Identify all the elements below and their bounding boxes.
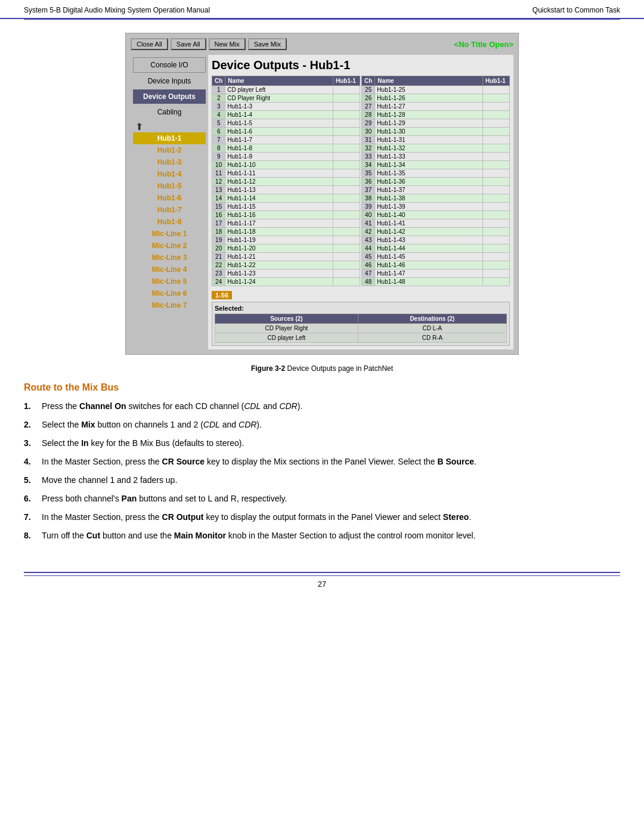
ch-number: 25 bbox=[362, 86, 375, 94]
ch-name: Hub1-1-9 bbox=[225, 153, 333, 161]
table-row[interactable]: 37 Hub1-1-37 bbox=[362, 186, 510, 194]
save-all-button[interactable]: Save All bbox=[171, 38, 206, 50]
table-row[interactable]: 19 Hub1-1-19 bbox=[212, 236, 360, 244]
table-row[interactable]: 10 Hub1-1-10 bbox=[212, 161, 360, 169]
table-row[interactable]: 41 Hub1-1-41 bbox=[362, 219, 510, 228]
table-row[interactable]: 5 Hub1-1-5 bbox=[212, 119, 360, 128]
sidebar-mic-line-5[interactable]: Mic-Line 5 bbox=[133, 275, 206, 287]
sidebar-item-device-outputs[interactable]: Device Outputs bbox=[133, 89, 206, 104]
sidebar-hub-hub1-1[interactable]: Hub1-1 bbox=[133, 132, 206, 144]
table-row[interactable]: 33 Hub1-1-33 bbox=[362, 153, 510, 161]
sidebar-item-cabling[interactable]: Cabling bbox=[133, 105, 206, 119]
ch-name: Hub1-1-33 bbox=[375, 153, 483, 161]
table-row[interactable]: 29 Hub1-1-29 bbox=[362, 119, 510, 128]
close-all-button[interactable]: Close All bbox=[131, 38, 168, 50]
table-row[interactable]: 43 Hub1-1-43 bbox=[362, 236, 510, 244]
table-row[interactable]: 14 Hub1-1-14 bbox=[212, 194, 360, 203]
table-row[interactable]: 48 Hub1-1-48 bbox=[362, 278, 510, 286]
ch-name: Hub1-1-13 bbox=[225, 186, 333, 194]
save-mix-button[interactable]: Save Mix bbox=[248, 38, 287, 50]
table-row[interactable]: 24 Hub1-1-24 bbox=[212, 278, 360, 286]
table-row[interactable]: 8 Hub1-1-8 bbox=[212, 144, 360, 153]
sidebar-mic-line-6[interactable]: Mic-Line 6 bbox=[133, 287, 206, 299]
sidebar-hub-hub1-8[interactable]: Hub1-8 bbox=[133, 216, 206, 228]
ch-name: Hub1-1-24 bbox=[225, 278, 333, 286]
table-row[interactable]: 47 Hub1-1-47 bbox=[362, 270, 510, 278]
sidebar-hub-hub1-2[interactable]: Hub1-2 bbox=[133, 144, 206, 156]
sidebar-mic-line-4[interactable]: Mic-Line 4 bbox=[133, 264, 206, 275]
sidebar-hub-hub1-7[interactable]: Hub1-7 bbox=[133, 204, 206, 216]
hub-value bbox=[483, 211, 510, 219]
table-row[interactable]: 4 Hub1-1-4 bbox=[212, 111, 360, 119]
right-channel-table: Ch Name Hub1-1 25 Hub1-1-25 26 Hub1-1-26… bbox=[361, 76, 510, 286]
left-channel-table: Ch Name Hub1-1 1 CD player Left 2 CD Pla… bbox=[212, 76, 360, 286]
hub-value bbox=[333, 86, 360, 94]
table-row[interactable]: 45 Hub1-1-45 bbox=[362, 253, 510, 261]
table-row[interactable]: 16 Hub1-1-16 bbox=[212, 211, 360, 219]
table-row[interactable]: 20 Hub1-1-20 bbox=[212, 244, 360, 253]
table-row[interactable]: 11 Hub1-1-11 bbox=[212, 169, 360, 178]
step-text: In the Master Section, press the CR Outp… bbox=[42, 511, 620, 524]
table-row[interactable]: 36 Hub1-1-36 bbox=[362, 178, 510, 186]
table-row[interactable]: 3 Hub1-1-3 bbox=[212, 103, 360, 111]
page-range[interactable]: 1-56 bbox=[212, 291, 232, 299]
table-row[interactable]: 21 Hub1-1-21 bbox=[212, 253, 360, 261]
table-row[interactable]: 1 CD player Left bbox=[212, 86, 360, 94]
ch-number: 11 bbox=[212, 169, 225, 178]
table-row[interactable]: 18 Hub1-1-18 bbox=[212, 228, 360, 236]
table-row[interactable]: 12 Hub1-1-12 bbox=[212, 178, 360, 186]
ch-name: Hub1-1-18 bbox=[225, 228, 333, 236]
table-row[interactable]: 22 Hub1-1-22 bbox=[212, 261, 360, 270]
table-row[interactable]: 23 Hub1-1-23 bbox=[212, 270, 360, 278]
sidebar-mic-line-3[interactable]: Mic-Line 3 bbox=[133, 252, 206, 264]
table-row[interactable]: 31 Hub1-1-31 bbox=[362, 136, 510, 144]
ch-name: Hub1-1-34 bbox=[375, 161, 483, 169]
table-row[interactable]: 13 Hub1-1-13 bbox=[212, 186, 360, 194]
sidebar-hub-hub1-5[interactable]: Hub1-5 bbox=[133, 180, 206, 192]
table-row[interactable]: 44 Hub1-1-44 bbox=[362, 244, 510, 253]
sidebar-mic-line-2[interactable]: Mic-Line 2 bbox=[133, 240, 206, 252]
table-row[interactable]: 38 Hub1-1-38 bbox=[362, 194, 510, 203]
ch-name: Hub1-1-42 bbox=[375, 228, 483, 236]
table-row[interactable]: 25 Hub1-1-25 bbox=[362, 86, 510, 94]
ch-number: 15 bbox=[212, 203, 225, 211]
table-row[interactable]: 15 Hub1-1-15 bbox=[212, 203, 360, 211]
table-row[interactable]: 34 Hub1-1-34 bbox=[362, 161, 510, 169]
new-mix-button[interactable]: New Mix bbox=[209, 38, 246, 50]
ch-name: Hub1-1-36 bbox=[375, 178, 483, 186]
table-row[interactable]: 2 CD Player Right bbox=[212, 94, 360, 103]
ch-name: Hub1-1-17 bbox=[225, 219, 333, 228]
table-row[interactable]: 40 Hub1-1-40 bbox=[362, 211, 510, 219]
sidebar-hub-hub1-4[interactable]: Hub1-4 bbox=[133, 168, 206, 180]
ch-number: 33 bbox=[362, 153, 375, 161]
destination-value: CD L-A bbox=[358, 324, 506, 333]
table-row[interactable]: 42 Hub1-1-42 bbox=[362, 228, 510, 236]
step-number: 1. bbox=[24, 400, 42, 413]
ch-number: 4 bbox=[212, 111, 225, 119]
sidebar-item-device-inputs[interactable]: Device Inputs bbox=[133, 74, 206, 88]
table-row[interactable]: 28 Hub1-1-28 bbox=[362, 111, 510, 119]
sidebar-hub-hub1-3[interactable]: Hub1-3 bbox=[133, 156, 206, 168]
table-row[interactable]: 9 Hub1-1-9 bbox=[212, 153, 360, 161]
table-row[interactable]: 32 Hub1-1-32 bbox=[362, 144, 510, 153]
table-row[interactable]: 17 Hub1-1-17 bbox=[212, 219, 360, 228]
sidebar-item-console-io[interactable]: Console I/O bbox=[133, 57, 206, 73]
table-row[interactable]: 30 Hub1-1-30 bbox=[362, 128, 510, 136]
sidebar-mic-line-1[interactable]: Mic-Line 1 bbox=[133, 228, 206, 240]
ch-number: 23 bbox=[212, 270, 225, 278]
hub-value bbox=[333, 169, 360, 178]
table-row[interactable]: 46 Hub1-1-46 bbox=[362, 261, 510, 270]
sidebar-mic-line-7[interactable]: Mic-Line 7 bbox=[133, 299, 206, 311]
hub-value bbox=[483, 144, 510, 153]
sidebar-hub-hub1-6[interactable]: Hub1-6 bbox=[133, 192, 206, 204]
table-row[interactable]: 27 Hub1-1-27 bbox=[362, 103, 510, 111]
ch-name: Hub1-1-26 bbox=[375, 94, 483, 103]
ch-name: Hub1-1-47 bbox=[375, 270, 483, 278]
table-row[interactable]: 39 Hub1-1-39 bbox=[362, 203, 510, 211]
table-row[interactable]: 35 Hub1-1-35 bbox=[362, 169, 510, 178]
table-row[interactable]: 26 Hub1-1-26 bbox=[362, 94, 510, 103]
ch-name: Hub1-1-43 bbox=[375, 236, 483, 244]
left-hub-header: Hub1-1 bbox=[333, 76, 360, 86]
table-row[interactable]: 7 Hub1-1-7 bbox=[212, 136, 360, 144]
table-row[interactable]: 6 Hub1-1-6 bbox=[212, 128, 360, 136]
